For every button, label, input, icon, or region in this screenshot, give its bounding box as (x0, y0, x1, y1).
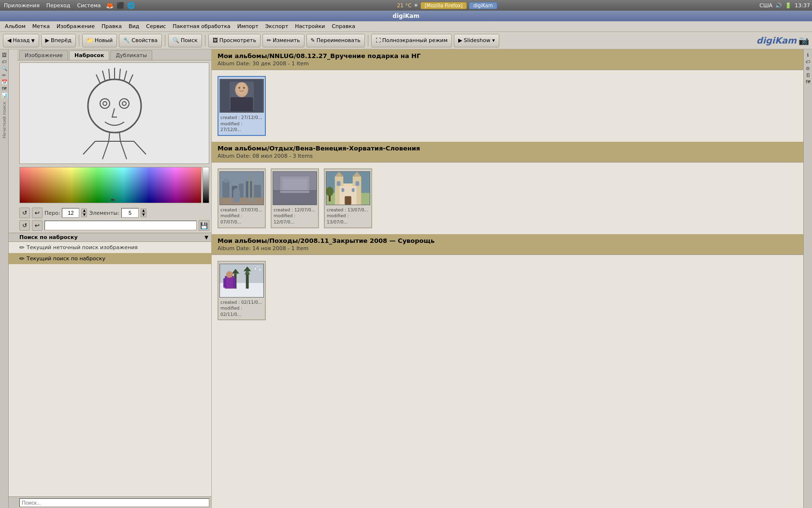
album-title-3: Мои альбомы/Походы/2008.11_Закрытие 2008… (218, 237, 806, 244)
photo-meta-1-1: created : 27/12/0... modified : 27/12/0.… (220, 115, 263, 133)
main-area: 🖼 🏷 🔍 ✏ 📅 🗺 📊 Нечеткий поиск Изображение… (0, 49, 812, 508)
search-button[interactable]: 🔍 Поиск (168, 34, 202, 47)
search-list: ✏ Текущий неточный поиск изображения ✏ Т… (9, 242, 211, 496)
menu-service[interactable]: Сервис (143, 22, 169, 30)
elements-spinner[interactable]: ▲ ▼ (141, 209, 146, 217)
tool-btn-3[interactable]: ↺ (19, 220, 30, 231)
menu-image[interactable]: Изображение (54, 22, 98, 30)
menu-view[interactable]: Вид (126, 22, 142, 30)
left-icon-fuzzy[interactable]: ✏ (2, 73, 6, 78)
os-icon-2[interactable]: ⬛ (116, 2, 124, 9)
left-icon-search[interactable]: 🔍 (1, 66, 7, 71)
left-icon-geo[interactable]: 🗺 (2, 86, 7, 91)
tool-btn-4[interactable]: ↩ (32, 220, 43, 231)
menu-import[interactable]: Импорт (234, 22, 261, 30)
os-icon-1[interactable]: 🦊 (106, 2, 114, 9)
photo-thumb-1-1[interactable]: created : 27/12/0... modified : 27/12/0.… (218, 76, 266, 136)
svg-rect-40 (283, 179, 307, 190)
properties-button[interactable]: 🔧 Свойства (119, 34, 162, 47)
new-button[interactable]: 📁 Новый (82, 34, 117, 47)
svg-point-56 (326, 187, 334, 196)
left-icon-albums[interactable]: 🖼 (2, 52, 7, 58)
toolbar-separator-4 (368, 35, 368, 46)
view-label: Просмотреть (219, 37, 256, 44)
back-label: Назад (13, 37, 29, 44)
forward-button[interactable]: ▶ Вперёд (41, 34, 76, 47)
svg-rect-50 (337, 181, 341, 186)
right-icon-4[interactable]: 🗓 (806, 73, 811, 78)
fullscreen-label: Полноэкранный режим (382, 37, 448, 44)
os-icon-3[interactable]: 🌐 (127, 2, 135, 9)
pen-spinner[interactable]: ▲ ▼ (81, 209, 87, 217)
slideshow-button[interactable]: ▶ Slideshow ▾ (454, 34, 499, 47)
svg-rect-54 (345, 196, 351, 204)
pen-value[interactable] (62, 208, 79, 218)
os-menu-system[interactable]: Система (75, 2, 102, 9)
tab-sketch[interactable]: Набросок (69, 50, 109, 60)
digikam-taskbar-button[interactable]: digiKam (469, 2, 497, 9)
menu-help[interactable]: Справка (329, 22, 358, 30)
sketch-area[interactable] (19, 62, 209, 164)
view-button[interactable]: 🖼 Просмотреть (208, 34, 261, 47)
color-gradient[interactable] (19, 167, 202, 203)
sketch-text-input[interactable] (44, 221, 197, 230)
fullscreen-button[interactable]: ⛶ Полноэкранный режим (371, 34, 452, 47)
tool-btn-undo[interactable]: ↩ (32, 208, 43, 218)
left-icon-tags[interactable]: 🏷 (2, 59, 7, 64)
tool-btn-reset[interactable]: ↺ (19, 208, 30, 218)
search-item-2[interactable]: ✏ Текущий поиск по наброску (9, 253, 211, 264)
right-icon-2[interactable]: 🏷 (806, 59, 811, 64)
search-section-header[interactable]: Поиск по наброску ▼ (9, 233, 211, 242)
save-sketch-button[interactable]: 💾 (199, 220, 209, 231)
photo-thumb-2-1[interactable]: created : 07/07/0... modified : 07/07/0.… (218, 168, 266, 228)
toolbar-separator-1 (79, 35, 79, 46)
menu-batch[interactable]: Пакетная обработка (170, 22, 233, 30)
edit-button[interactable]: ✏ Изменить (262, 34, 304, 47)
tab-image[interactable]: Изображение (19, 50, 68, 60)
elements-down[interactable]: ▼ (141, 213, 146, 217)
svg-rect-51 (356, 181, 360, 186)
left-icon-dates[interactable]: 📅 (1, 79, 7, 85)
menu-label[interactable]: Метка (29, 22, 53, 30)
right-icon-1[interactable]: ℹ (807, 52, 809, 58)
right-icon-3[interactable]: ⚙ (806, 66, 810, 71)
menu-album[interactable]: Альбом (2, 22, 29, 30)
forward-label: Вперёд (51, 37, 72, 44)
color-brightness[interactable] (203, 167, 209, 203)
photo-thumb-2-3[interactable]: created : 13/07/0... modified : 13/07/0.… (324, 168, 372, 228)
elements-up[interactable]: ▲ (141, 209, 146, 213)
pen-up[interactable]: ▲ (81, 209, 87, 213)
left-icon-timeline[interactable]: 📊 (1, 93, 7, 98)
pen-down[interactable]: ▼ (81, 213, 87, 217)
search-item-1-label: Текущий неточный поиск изображения (27, 244, 138, 251)
menu-settings[interactable]: Настройки (292, 22, 328, 30)
right-icon-5[interactable]: 🗺 (806, 79, 811, 85)
sketch-drawing[interactable] (61, 65, 168, 162)
back-button[interactable]: ◀ Назад ▼ (3, 34, 39, 47)
rename-icon: ✎ (311, 37, 315, 44)
rename-button[interactable]: ✎ Переименовать (306, 34, 365, 47)
menu-export[interactable]: Экспорт (262, 22, 291, 30)
os-topbar-left: Приложения Переход Система 🦊 ⬛ 🌐 (2, 2, 135, 9)
search-section-toggle[interactable]: ▼ (204, 235, 208, 240)
photo-thumb-3-1[interactable]: created : 02/11/0... modified : 02/11/0.… (218, 261, 266, 321)
os-topbar-right: США 🔊 🔋 13:37 (759, 2, 810, 9)
left-sidebar-label: Нечеткий поиск (2, 102, 7, 138)
photo-thumb-2-2[interactable]: created : 12/07/0... modified : 12/07/0.… (271, 168, 319, 228)
search-input[interactable] (19, 498, 209, 507)
album-title-2: Мои альбомы/Отдых/Вена-Венеция-Хорватия-… (218, 145, 806, 152)
firefox-button[interactable]: [Mozilla Firefox] (420, 2, 467, 9)
album-content-3: created : 02/11/0... modified : 02/11/0.… (212, 255, 812, 327)
tab-duplicates[interactable]: Дубликаты (110, 50, 152, 60)
color-picker-area[interactable] (19, 167, 209, 206)
os-time: 13:37 (795, 2, 810, 9)
svg-point-24 (236, 83, 246, 95)
elements-value[interactable] (121, 208, 139, 218)
back-dropdown-icon[interactable]: ▼ (31, 38, 35, 43)
os-menu-go[interactable]: Переход (44, 2, 72, 9)
svg-point-70 (257, 266, 258, 267)
os-menu-apps[interactable]: Приложения (2, 2, 42, 9)
menu-edit[interactable]: Правка (99, 22, 125, 30)
os-volume-icon[interactable]: 🔊 (775, 2, 782, 9)
search-item-1[interactable]: ✏ Текущий неточный поиск изображения (9, 242, 211, 253)
